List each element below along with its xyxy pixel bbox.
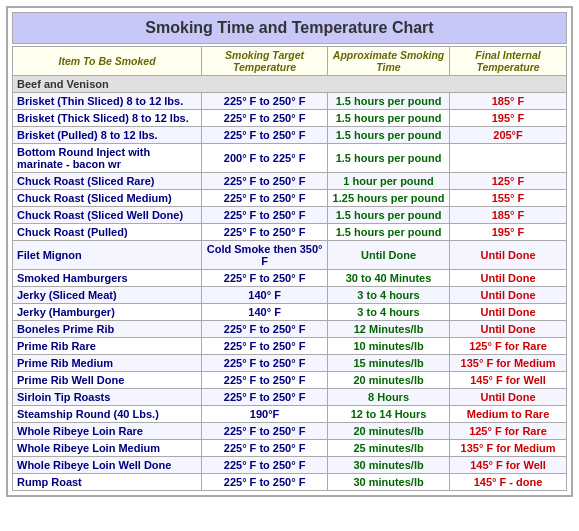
- item-name-cell: Whole Ribeye Loin Well Done: [13, 457, 202, 474]
- target-temp-cell: 225° F to 250° F: [202, 355, 328, 372]
- final-temp-cell: 195° F: [450, 224, 567, 241]
- final-temp-cell: 125° F for Rare: [450, 338, 567, 355]
- final-temp-cell: Until Done: [450, 321, 567, 338]
- section-header-label: Beef and Venison: [13, 76, 567, 93]
- target-temp-cell: 225° F to 250° F: [202, 457, 328, 474]
- item-name-cell: Sirloin Tip Roasts: [13, 389, 202, 406]
- table-row: Chuck Roast (Sliced Well Done)225° F to …: [13, 207, 567, 224]
- smoking-time-cell: 20 minutes/lb: [328, 372, 450, 389]
- final-temp-cell: 135° F for Medium: [450, 440, 567, 457]
- final-temp-cell: 125° F: [450, 173, 567, 190]
- chart-container: Smoking Time and Temperature Chart Item …: [6, 6, 573, 497]
- item-name-cell: Prime Rib Well Done: [13, 372, 202, 389]
- final-temp-cell: 205°F: [450, 127, 567, 144]
- target-temp-cell: 140° F: [202, 304, 328, 321]
- target-temp-cell: 225° F to 250° F: [202, 270, 328, 287]
- item-name-cell: Brisket (Thick Sliced) 8 to 12 lbs.: [13, 110, 202, 127]
- table-row: Boneles Prime Rib225° F to 250° F12 Minu…: [13, 321, 567, 338]
- final-temp-cell: Until Done: [450, 270, 567, 287]
- smoking-time-cell: 3 to 4 hours: [328, 287, 450, 304]
- smoking-time-cell: 20 minutes/lb: [328, 423, 450, 440]
- table-row: Filet MignonCold Smoke then 350° FUntil …: [13, 241, 567, 270]
- col-temp: Smoking Target Temperature: [202, 47, 328, 76]
- final-temp-cell: [450, 144, 567, 173]
- target-temp-cell: 225° F to 250° F: [202, 423, 328, 440]
- item-name-cell: Rump Roast: [13, 474, 202, 491]
- target-temp-cell: 225° F to 250° F: [202, 173, 328, 190]
- smoking-time-cell: 1 hour per pound: [328, 173, 450, 190]
- table-row: Prime Rib Medium225° F to 250° F15 minut…: [13, 355, 567, 372]
- table-row: Sirloin Tip Roasts225° F to 250° F8 Hour…: [13, 389, 567, 406]
- target-temp-cell: 225° F to 250° F: [202, 110, 328, 127]
- target-temp-cell: 225° F to 250° F: [202, 474, 328, 491]
- smoking-time-cell: 15 minutes/lb: [328, 355, 450, 372]
- item-name-cell: Chuck Roast (Sliced Medium): [13, 190, 202, 207]
- final-temp-cell: 145° F for Well: [450, 372, 567, 389]
- table-row: Jerky (Hamburger)140° F3 to 4 hoursUntil…: [13, 304, 567, 321]
- table-row: Chuck Roast (Pulled)225° F to 250° F1.5 …: [13, 224, 567, 241]
- target-temp-cell: 140° F: [202, 287, 328, 304]
- smoking-time-cell: 1.25 hours per pound: [328, 190, 450, 207]
- table-row: Brisket (Thin Sliced) 8 to 12 lbs.225° F…: [13, 93, 567, 110]
- table-row: Brisket (Pulled) 8 to 12 lbs.225° F to 2…: [13, 127, 567, 144]
- item-name-cell: Steamship Round (40 Lbs.): [13, 406, 202, 423]
- item-name-cell: Bottom Round Inject with marinate - baco…: [13, 144, 202, 173]
- table-row: Bottom Round Inject with marinate - baco…: [13, 144, 567, 173]
- item-name-cell: Filet Mignon: [13, 241, 202, 270]
- col-final: Final Internal Temperature: [450, 47, 567, 76]
- target-temp-cell: 225° F to 250° F: [202, 321, 328, 338]
- table-row: Whole Ribeye Loin Rare225° F to 250° F20…: [13, 423, 567, 440]
- smoking-time-cell: Until Done: [328, 241, 450, 270]
- smoking-time-cell: 1.5 hours per pound: [328, 127, 450, 144]
- table-row: Smoked Hamburgers225° F to 250° F30 to 4…: [13, 270, 567, 287]
- smoking-time-cell: 30 minutes/lb: [328, 457, 450, 474]
- table-row: Steamship Round (40 Lbs.)190°F12 to 14 H…: [13, 406, 567, 423]
- col-time: Approximate Smoking Time: [328, 47, 450, 76]
- final-temp-cell: 195° F: [450, 110, 567, 127]
- smoking-time-cell: 12 to 14 Hours: [328, 406, 450, 423]
- target-temp-cell: 225° F to 250° F: [202, 389, 328, 406]
- smoking-time-cell: 10 minutes/lb: [328, 338, 450, 355]
- item-name-cell: Jerky (Hamburger): [13, 304, 202, 321]
- target-temp-cell: Cold Smoke then 350° F: [202, 241, 328, 270]
- item-name-cell: Boneles Prime Rib: [13, 321, 202, 338]
- smoking-time-cell: 3 to 4 hours: [328, 304, 450, 321]
- smoking-time-cell: 1.5 hours per pound: [328, 207, 450, 224]
- smoking-time-cell: 1.5 hours per pound: [328, 144, 450, 173]
- final-temp-cell: 125° F for Rare: [450, 423, 567, 440]
- smoking-time-cell: 1.5 hours per pound: [328, 110, 450, 127]
- final-temp-cell: Until Done: [450, 287, 567, 304]
- table-row: Prime Rib Rare225° F to 250° F10 minutes…: [13, 338, 567, 355]
- target-temp-cell: 225° F to 250° F: [202, 440, 328, 457]
- col-item: Item To Be Smoked: [13, 47, 202, 76]
- item-name-cell: Brisket (Thin Sliced) 8 to 12 lbs.: [13, 93, 202, 110]
- target-temp-cell: 225° F to 250° F: [202, 93, 328, 110]
- target-temp-cell: 225° F to 250° F: [202, 372, 328, 389]
- table-row: Rump Roast225° F to 250° F30 minutes/lb1…: [13, 474, 567, 491]
- target-temp-cell: 225° F to 250° F: [202, 338, 328, 355]
- final-temp-cell: 145° F - done: [450, 474, 567, 491]
- smoking-time-cell: 25 minutes/lb: [328, 440, 450, 457]
- smoking-time-cell: 8 Hours: [328, 389, 450, 406]
- item-name-cell: Chuck Roast (Sliced Well Done): [13, 207, 202, 224]
- target-temp-cell: 225° F to 250° F: [202, 127, 328, 144]
- smoking-time-cell: 1.5 hours per pound: [328, 224, 450, 241]
- target-temp-cell: 225° F to 250° F: [202, 190, 328, 207]
- target-temp-cell: 225° F to 250° F: [202, 224, 328, 241]
- smoking-time-cell: 30 minutes/lb: [328, 474, 450, 491]
- final-temp-cell: 155° F: [450, 190, 567, 207]
- smoking-chart-table: Item To Be Smoked Smoking Target Tempera…: [12, 46, 567, 491]
- final-temp-cell: 185° F: [450, 93, 567, 110]
- smoking-time-cell: 1.5 hours per pound: [328, 93, 450, 110]
- item-name-cell: Prime Rib Medium: [13, 355, 202, 372]
- target-temp-cell: 200° F to 225° F: [202, 144, 328, 173]
- final-temp-cell: 185° F: [450, 207, 567, 224]
- final-temp-cell: Until Done: [450, 304, 567, 321]
- column-header-row: Item To Be Smoked Smoking Target Tempera…: [13, 47, 567, 76]
- item-name-cell: Smoked Hamburgers: [13, 270, 202, 287]
- item-name-cell: Chuck Roast (Sliced Rare): [13, 173, 202, 190]
- target-temp-cell: 225° F to 250° F: [202, 207, 328, 224]
- table-row: Chuck Roast (Sliced Medium)225° F to 250…: [13, 190, 567, 207]
- item-name-cell: Whole Ribeye Loin Rare: [13, 423, 202, 440]
- target-temp-cell: 190°F: [202, 406, 328, 423]
